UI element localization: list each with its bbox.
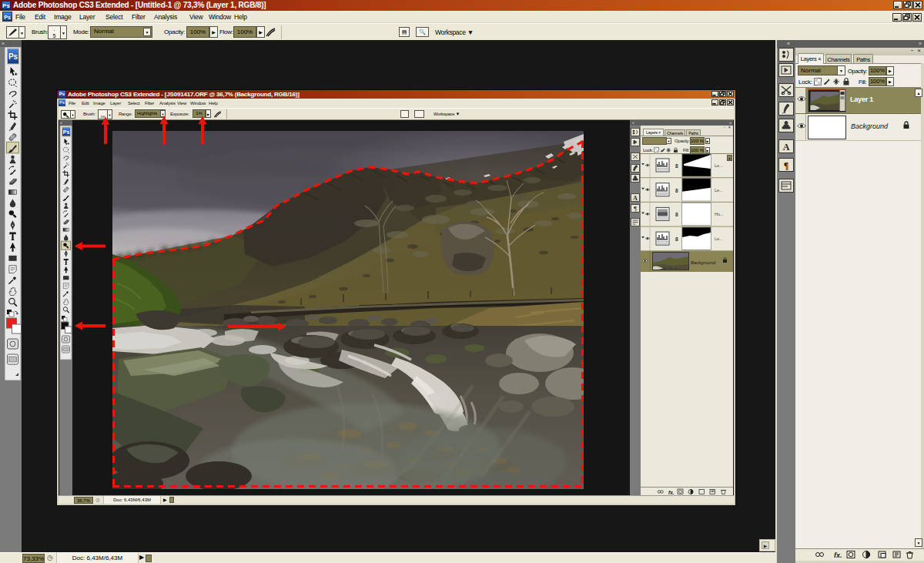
svg-text:Ps: Ps [63, 129, 70, 135]
svg-text:8: 8 [675, 212, 678, 217]
svg-text:¶: ¶ [634, 206, 637, 213]
svg-text:Le...: Le... [715, 188, 723, 193]
svg-text:8: 8 [675, 236, 678, 242]
svg-text:8: 8 [675, 188, 678, 193]
svg-text:A: A [633, 195, 638, 202]
svg-text:¶: ¶ [784, 160, 788, 171]
svg-text:Hu...: Hu... [715, 212, 724, 216]
svg-text:Ps: Ps [8, 52, 18, 61]
svg-text:fx.: fx. [834, 551, 842, 559]
svg-text:A: A [783, 142, 790, 152]
svg-text:Le...: Le... [715, 163, 723, 168]
svg-text:Le...: Le... [715, 236, 723, 241]
svg-text:8: 8 [675, 163, 678, 169]
svg-text:Background: Background [691, 260, 716, 265]
svg-text:fx.: fx. [668, 490, 675, 495]
